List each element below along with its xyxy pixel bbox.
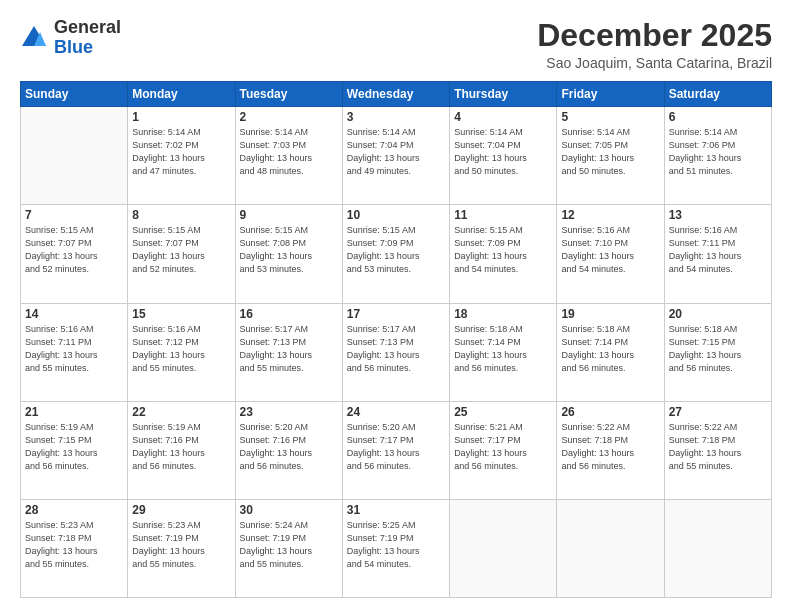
week-row-2: 7Sunrise: 5:15 AM Sunset: 7:07 PM Daylig… <box>21 205 772 303</box>
week-row-3: 14Sunrise: 5:16 AM Sunset: 7:11 PM Dayli… <box>21 303 772 401</box>
day-number: 13 <box>669 208 767 222</box>
day-info: Sunrise: 5:18 AM Sunset: 7:15 PM Dayligh… <box>669 323 767 375</box>
day-number: 1 <box>132 110 230 124</box>
calendar-table: SundayMondayTuesdayWednesdayThursdayFrid… <box>20 81 772 598</box>
day-info: Sunrise: 5:18 AM Sunset: 7:14 PM Dayligh… <box>561 323 659 375</box>
day-cell-4: 4Sunrise: 5:14 AM Sunset: 7:04 PM Daylig… <box>450 107 557 205</box>
day-cell-18: 18Sunrise: 5:18 AM Sunset: 7:14 PM Dayli… <box>450 303 557 401</box>
day-number: 6 <box>669 110 767 124</box>
day-cell-12: 12Sunrise: 5:16 AM Sunset: 7:10 PM Dayli… <box>557 205 664 303</box>
day-cell-2: 2Sunrise: 5:14 AM Sunset: 7:03 PM Daylig… <box>235 107 342 205</box>
day-cell-11: 11Sunrise: 5:15 AM Sunset: 7:09 PM Dayli… <box>450 205 557 303</box>
day-info: Sunrise: 5:23 AM Sunset: 7:19 PM Dayligh… <box>132 519 230 571</box>
location-subtitle: Sao Joaquim, Santa Catarina, Brazil <box>537 55 772 71</box>
day-info: Sunrise: 5:14 AM Sunset: 7:04 PM Dayligh… <box>347 126 445 178</box>
day-cell-21: 21Sunrise: 5:19 AM Sunset: 7:15 PM Dayli… <box>21 401 128 499</box>
day-cell-26: 26Sunrise: 5:22 AM Sunset: 7:18 PM Dayli… <box>557 401 664 499</box>
day-info: Sunrise: 5:23 AM Sunset: 7:18 PM Dayligh… <box>25 519 123 571</box>
day-cell-27: 27Sunrise: 5:22 AM Sunset: 7:18 PM Dayli… <box>664 401 771 499</box>
day-number: 19 <box>561 307 659 321</box>
day-info: Sunrise: 5:22 AM Sunset: 7:18 PM Dayligh… <box>561 421 659 473</box>
empty-cell <box>664 499 771 597</box>
logo-general: General <box>54 17 121 37</box>
day-cell-6: 6Sunrise: 5:14 AM Sunset: 7:06 PM Daylig… <box>664 107 771 205</box>
day-cell-16: 16Sunrise: 5:17 AM Sunset: 7:13 PM Dayli… <box>235 303 342 401</box>
col-header-tuesday: Tuesday <box>235 82 342 107</box>
day-number: 9 <box>240 208 338 222</box>
day-number: 27 <box>669 405 767 419</box>
day-info: Sunrise: 5:19 AM Sunset: 7:15 PM Dayligh… <box>25 421 123 473</box>
col-header-monday: Monday <box>128 82 235 107</box>
day-number: 21 <box>25 405 123 419</box>
day-number: 2 <box>240 110 338 124</box>
logo: General Blue <box>20 18 121 58</box>
day-info: Sunrise: 5:15 AM Sunset: 7:09 PM Dayligh… <box>454 224 552 276</box>
day-info: Sunrise: 5:15 AM Sunset: 7:07 PM Dayligh… <box>25 224 123 276</box>
day-number: 3 <box>347 110 445 124</box>
day-number: 10 <box>347 208 445 222</box>
day-number: 14 <box>25 307 123 321</box>
day-info: Sunrise: 5:14 AM Sunset: 7:06 PM Dayligh… <box>669 126 767 178</box>
day-info: Sunrise: 5:15 AM Sunset: 7:08 PM Dayligh… <box>240 224 338 276</box>
day-number: 23 <box>240 405 338 419</box>
day-cell-5: 5Sunrise: 5:14 AM Sunset: 7:05 PM Daylig… <box>557 107 664 205</box>
day-number: 16 <box>240 307 338 321</box>
day-number: 30 <box>240 503 338 517</box>
day-info: Sunrise: 5:17 AM Sunset: 7:13 PM Dayligh… <box>347 323 445 375</box>
day-cell-31: 31Sunrise: 5:25 AM Sunset: 7:19 PM Dayli… <box>342 499 449 597</box>
header-row: SundayMondayTuesdayWednesdayThursdayFrid… <box>21 82 772 107</box>
week-row-1: 1Sunrise: 5:14 AM Sunset: 7:02 PM Daylig… <box>21 107 772 205</box>
day-cell-22: 22Sunrise: 5:19 AM Sunset: 7:16 PM Dayli… <box>128 401 235 499</box>
day-cell-10: 10Sunrise: 5:15 AM Sunset: 7:09 PM Dayli… <box>342 205 449 303</box>
day-info: Sunrise: 5:16 AM Sunset: 7:11 PM Dayligh… <box>25 323 123 375</box>
day-cell-30: 30Sunrise: 5:24 AM Sunset: 7:19 PM Dayli… <box>235 499 342 597</box>
day-number: 20 <box>669 307 767 321</box>
day-info: Sunrise: 5:19 AM Sunset: 7:16 PM Dayligh… <box>132 421 230 473</box>
day-info: Sunrise: 5:22 AM Sunset: 7:18 PM Dayligh… <box>669 421 767 473</box>
day-cell-14: 14Sunrise: 5:16 AM Sunset: 7:11 PM Dayli… <box>21 303 128 401</box>
day-cell-20: 20Sunrise: 5:18 AM Sunset: 7:15 PM Dayli… <box>664 303 771 401</box>
day-info: Sunrise: 5:25 AM Sunset: 7:19 PM Dayligh… <box>347 519 445 571</box>
day-number: 12 <box>561 208 659 222</box>
day-number: 18 <box>454 307 552 321</box>
day-number: 28 <box>25 503 123 517</box>
day-info: Sunrise: 5:20 AM Sunset: 7:16 PM Dayligh… <box>240 421 338 473</box>
day-cell-9: 9Sunrise: 5:15 AM Sunset: 7:08 PM Daylig… <box>235 205 342 303</box>
day-info: Sunrise: 5:21 AM Sunset: 7:17 PM Dayligh… <box>454 421 552 473</box>
day-info: Sunrise: 5:14 AM Sunset: 7:03 PM Dayligh… <box>240 126 338 178</box>
col-header-saturday: Saturday <box>664 82 771 107</box>
day-cell-3: 3Sunrise: 5:14 AM Sunset: 7:04 PM Daylig… <box>342 107 449 205</box>
day-cell-7: 7Sunrise: 5:15 AM Sunset: 7:07 PM Daylig… <box>21 205 128 303</box>
day-info: Sunrise: 5:18 AM Sunset: 7:14 PM Dayligh… <box>454 323 552 375</box>
col-header-wednesday: Wednesday <box>342 82 449 107</box>
day-cell-8: 8Sunrise: 5:15 AM Sunset: 7:07 PM Daylig… <box>128 205 235 303</box>
logo-icon <box>20 24 48 52</box>
month-title: December 2025 <box>537 18 772 53</box>
day-info: Sunrise: 5:16 AM Sunset: 7:12 PM Dayligh… <box>132 323 230 375</box>
day-info: Sunrise: 5:14 AM Sunset: 7:04 PM Dayligh… <box>454 126 552 178</box>
header: General Blue December 2025 Sao Joaquim, … <box>20 18 772 71</box>
day-cell-25: 25Sunrise: 5:21 AM Sunset: 7:17 PM Dayli… <box>450 401 557 499</box>
day-cell-29: 29Sunrise: 5:23 AM Sunset: 7:19 PM Dayli… <box>128 499 235 597</box>
logo-blue: Blue <box>54 37 93 57</box>
col-header-friday: Friday <box>557 82 664 107</box>
day-cell-19: 19Sunrise: 5:18 AM Sunset: 7:14 PM Dayli… <box>557 303 664 401</box>
col-header-sunday: Sunday <box>21 82 128 107</box>
day-number: 15 <box>132 307 230 321</box>
day-cell-24: 24Sunrise: 5:20 AM Sunset: 7:17 PM Dayli… <box>342 401 449 499</box>
day-number: 7 <box>25 208 123 222</box>
day-number: 4 <box>454 110 552 124</box>
empty-cell <box>21 107 128 205</box>
day-info: Sunrise: 5:16 AM Sunset: 7:11 PM Dayligh… <box>669 224 767 276</box>
week-row-4: 21Sunrise: 5:19 AM Sunset: 7:15 PM Dayli… <box>21 401 772 499</box>
empty-cell <box>557 499 664 597</box>
day-cell-28: 28Sunrise: 5:23 AM Sunset: 7:18 PM Dayli… <box>21 499 128 597</box>
day-cell-23: 23Sunrise: 5:20 AM Sunset: 7:16 PM Dayli… <box>235 401 342 499</box>
empty-cell <box>450 499 557 597</box>
col-header-thursday: Thursday <box>450 82 557 107</box>
day-info: Sunrise: 5:20 AM Sunset: 7:17 PM Dayligh… <box>347 421 445 473</box>
day-number: 8 <box>132 208 230 222</box>
day-number: 5 <box>561 110 659 124</box>
day-info: Sunrise: 5:24 AM Sunset: 7:19 PM Dayligh… <box>240 519 338 571</box>
day-cell-15: 15Sunrise: 5:16 AM Sunset: 7:12 PM Dayli… <box>128 303 235 401</box>
